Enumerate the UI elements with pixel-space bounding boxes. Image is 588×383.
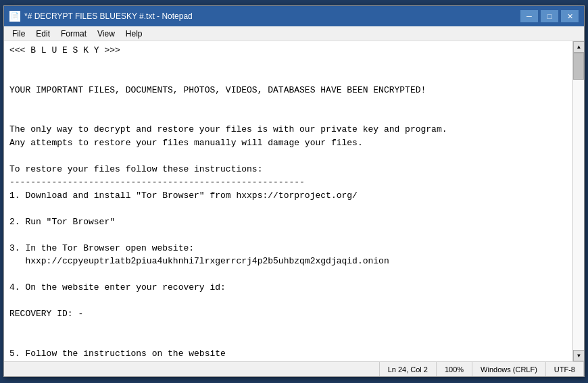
menu-format[interactable]: Format	[55, 28, 92, 40]
status-encoding: UTF-8	[546, 362, 584, 376]
window-title: *# DECRYPT FILES BLUESKY #.txt - Notepad	[24, 11, 193, 21]
minimize-button[interactable]: ─	[520, 10, 538, 22]
app-icon: 📄	[9, 11, 20, 22]
status-bar: Ln 24, Col 2 100% Windows (CRLF) UTF-8	[4, 361, 584, 376]
status-empty	[4, 362, 380, 376]
scroll-up-button[interactable]: ▲	[573, 41, 584, 53]
maximize-button[interactable]: □	[541, 10, 558, 22]
status-line-ending: Windows (CRLF)	[472, 362, 546, 376]
scroll-thumb[interactable]	[573, 53, 584, 80]
title-bar: 📄 *# DECRYPT FILES BLUESKY #.txt - Notep…	[4, 6, 584, 26]
menu-edit[interactable]: Edit	[30, 28, 55, 40]
title-bar-left: 📄 *# DECRYPT FILES BLUESKY #.txt - Notep…	[9, 11, 193, 22]
status-zoom: 100%	[437, 362, 472, 376]
menu-view[interactable]: View	[92, 28, 120, 40]
menu-help[interactable]: Help	[120, 28, 148, 40]
notepad-window: 📄 *# DECRYPT FILES BLUESKY #.txt - Notep…	[3, 5, 585, 377]
text-editor[interactable]: <<< B L U E S K Y >>> YOUR IMPORTANT FIL…	[4, 41, 572, 361]
vertical-scrollbar[interactable]: ▲ ▼	[572, 41, 584, 361]
status-position: Ln 24, Col 2	[380, 362, 437, 376]
menu-bar: File Edit Format View Help	[4, 26, 584, 41]
close-button[interactable]: ✕	[561, 10, 579, 22]
menu-file[interactable]: File	[7, 28, 30, 40]
window-controls: ─ □ ✕	[520, 10, 579, 22]
scroll-down-button[interactable]: ▼	[573, 350, 584, 361]
content-area: <<< B L U E S K Y >>> YOUR IMPORTANT FIL…	[4, 41, 584, 361]
scroll-track[interactable]	[573, 53, 584, 350]
